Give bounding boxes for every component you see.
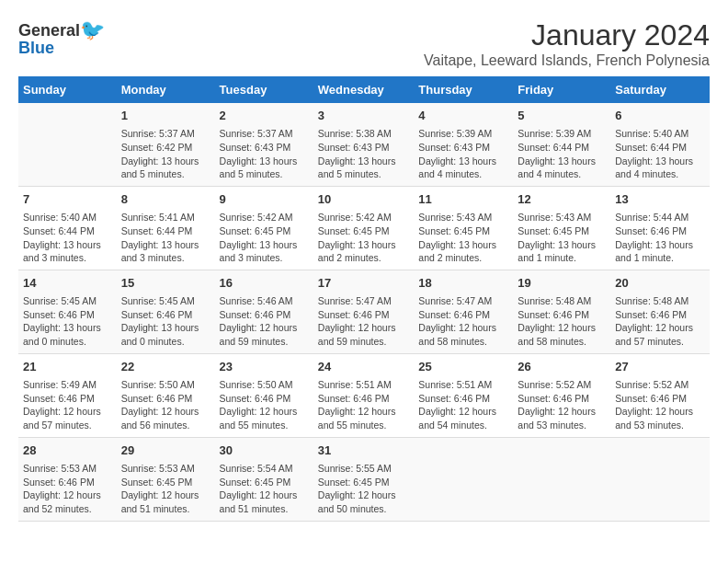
day-info: Sunrise: 5:37 AM Sunset: 6:42 PM Dayligh… [121,127,210,181]
day-number: 9 [220,191,309,208]
day-info: Sunrise: 5:49 AM Sunset: 6:46 PM Dayligh… [23,378,112,432]
day-info: Sunrise: 5:47 AM Sunset: 6:46 PM Dayligh… [318,294,410,349]
calendar-week-2: 7Sunrise: 5:40 AM Sunset: 6:44 PM Daylig… [18,186,710,270]
day-info: Sunrise: 5:47 AM Sunset: 6:46 PM Dayligh… [418,294,508,349]
page-header: General 🐦 Blue January 2024 Vaitape, Lee… [18,18,710,69]
day-number: 14 [23,275,112,292]
calendar-cell: 4Sunrise: 5:39 AM Sunset: 6:43 PM Daylig… [414,103,513,186]
calendar-cell [18,103,117,186]
day-header-saturday: Saturday [610,76,710,103]
calendar-cell: 22Sunrise: 5:50 AM Sunset: 6:46 PM Dayli… [117,353,215,437]
day-number: 30 [220,442,309,459]
day-info: Sunrise: 5:43 AM Sunset: 6:45 PM Dayligh… [418,211,508,265]
day-number: 26 [518,359,606,375]
day-info: Sunrise: 5:43 AM Sunset: 6:45 PM Dayligh… [518,211,606,265]
day-info: Sunrise: 5:42 AM Sunset: 6:45 PM Dayligh… [220,211,309,265]
calendar-cell: 5Sunrise: 5:39 AM Sunset: 6:44 PM Daylig… [513,103,610,186]
day-number: 12 [518,191,606,208]
calendar-cell: 17Sunrise: 5:47 AM Sunset: 6:46 PM Dayli… [313,270,415,353]
calendar-body: 1Sunrise: 5:37 AM Sunset: 6:42 PM Daylig… [18,103,710,521]
calendar-cell: 18Sunrise: 5:47 AM Sunset: 6:46 PM Dayli… [414,270,513,353]
logo-bird-icon: 🐦 [80,18,105,42]
calendar-cell: 25Sunrise: 5:51 AM Sunset: 6:46 PM Dayli… [414,353,513,437]
day-number: 13 [615,191,705,208]
day-header-sunday: Sunday [18,76,117,103]
title-section: January 2024 Vaitape, Leeward Islands, F… [424,18,710,69]
subtitle: Vaitape, Leeward Islands, French Polynes… [424,52,710,69]
day-info: Sunrise: 5:51 AM Sunset: 6:46 PM Dayligh… [418,378,508,432]
day-number: 10 [318,191,410,208]
day-header-monday: Monday [117,76,215,103]
day-number: 6 [615,108,705,124]
day-number: 17 [318,275,410,292]
day-info: Sunrise: 5:52 AM Sunset: 6:46 PM Dayligh… [615,378,705,432]
calendar-cell: 1Sunrise: 5:37 AM Sunset: 6:42 PM Daylig… [117,103,215,186]
calendar-header-row: SundayMondayTuesdayWednesdayThursdayFrid… [18,76,710,103]
day-info: Sunrise: 5:45 AM Sunset: 6:46 PM Dayligh… [121,294,210,349]
calendar-cell: 28Sunrise: 5:53 AM Sunset: 6:46 PM Dayli… [18,437,117,521]
calendar-cell: 23Sunrise: 5:50 AM Sunset: 6:46 PM Dayli… [215,353,313,437]
logo: General 🐦 Blue [18,18,105,58]
calendar-cell: 3Sunrise: 5:38 AM Sunset: 6:43 PM Daylig… [313,103,415,186]
calendar-cell: 30Sunrise: 5:54 AM Sunset: 6:45 PM Dayli… [215,437,313,521]
day-number: 31 [318,442,410,459]
day-info: Sunrise: 5:37 AM Sunset: 6:43 PM Dayligh… [220,127,309,181]
calendar-cell: 9Sunrise: 5:42 AM Sunset: 6:45 PM Daylig… [215,186,313,270]
day-number: 20 [615,275,705,292]
calendar-table: SundayMondayTuesdayWednesdayThursdayFrid… [18,76,710,522]
day-number: 7 [23,191,112,208]
calendar-week-4: 21Sunrise: 5:49 AM Sunset: 6:46 PM Dayli… [18,353,710,437]
day-number: 3 [318,108,410,124]
calendar-cell: 7Sunrise: 5:40 AM Sunset: 6:44 PM Daylig… [18,186,117,270]
day-number: 28 [23,442,112,459]
day-number: 16 [220,275,309,292]
day-number: 23 [220,359,309,375]
day-info: Sunrise: 5:38 AM Sunset: 6:43 PM Dayligh… [318,127,410,181]
calendar-cell: 19Sunrise: 5:48 AM Sunset: 6:46 PM Dayli… [513,270,610,353]
day-info: Sunrise: 5:52 AM Sunset: 6:46 PM Dayligh… [518,378,606,432]
day-info: Sunrise: 5:50 AM Sunset: 6:46 PM Dayligh… [121,378,210,432]
calendar-cell: 27Sunrise: 5:52 AM Sunset: 6:46 PM Dayli… [610,353,710,437]
calendar-cell: 12Sunrise: 5:43 AM Sunset: 6:45 PM Dayli… [513,186,610,270]
calendar-cell: 11Sunrise: 5:43 AM Sunset: 6:45 PM Dayli… [414,186,513,270]
calendar-cell: 31Sunrise: 5:55 AM Sunset: 6:45 PM Dayli… [313,437,415,521]
calendar-cell: 14Sunrise: 5:45 AM Sunset: 6:46 PM Dayli… [18,270,117,353]
calendar-week-1: 1Sunrise: 5:37 AM Sunset: 6:42 PM Daylig… [18,103,710,186]
day-header-tuesday: Tuesday [215,76,313,103]
calendar-cell: 24Sunrise: 5:51 AM Sunset: 6:46 PM Dayli… [313,353,415,437]
day-number: 4 [418,108,508,124]
day-info: Sunrise: 5:55 AM Sunset: 6:45 PM Dayligh… [318,462,410,516]
day-info: Sunrise: 5:50 AM Sunset: 6:46 PM Dayligh… [220,378,309,432]
day-number: 11 [418,191,508,208]
day-info: Sunrise: 5:40 AM Sunset: 6:44 PM Dayligh… [615,127,705,181]
calendar-cell: 6Sunrise: 5:40 AM Sunset: 6:44 PM Daylig… [610,103,710,186]
day-info: Sunrise: 5:51 AM Sunset: 6:46 PM Dayligh… [318,378,410,432]
calendar-cell [414,437,513,521]
day-number: 19 [518,275,606,292]
calendar-cell [513,437,610,521]
calendar-cell: 13Sunrise: 5:44 AM Sunset: 6:46 PM Dayli… [610,186,710,270]
calendar-cell: 15Sunrise: 5:45 AM Sunset: 6:46 PM Dayli… [117,270,215,353]
day-header-wednesday: Wednesday [313,76,415,103]
day-number: 1 [121,108,210,124]
day-header-thursday: Thursday [414,76,513,103]
day-number: 2 [220,108,309,124]
calendar-week-5: 28Sunrise: 5:53 AM Sunset: 6:46 PM Dayli… [18,437,710,521]
main-title: January 2024 [424,18,710,52]
day-info: Sunrise: 5:40 AM Sunset: 6:44 PM Dayligh… [23,211,112,265]
day-header-friday: Friday [513,76,610,103]
calendar-cell: 10Sunrise: 5:42 AM Sunset: 6:45 PM Dayli… [313,186,415,270]
day-number: 27 [615,359,705,375]
day-info: Sunrise: 5:54 AM Sunset: 6:45 PM Dayligh… [220,462,309,516]
day-number: 5 [518,108,606,124]
day-info: Sunrise: 5:41 AM Sunset: 6:44 PM Dayligh… [121,211,210,265]
calendar-cell: 20Sunrise: 5:48 AM Sunset: 6:46 PM Dayli… [610,270,710,353]
day-info: Sunrise: 5:44 AM Sunset: 6:46 PM Dayligh… [615,211,705,265]
day-info: Sunrise: 5:48 AM Sunset: 6:46 PM Dayligh… [615,294,705,349]
calendar-cell: 21Sunrise: 5:49 AM Sunset: 6:46 PM Dayli… [18,353,117,437]
day-number: 24 [318,359,410,375]
day-number: 22 [121,359,210,375]
logo-blue: Blue [18,39,54,58]
calendar-cell: 8Sunrise: 5:41 AM Sunset: 6:44 PM Daylig… [117,186,215,270]
day-number: 15 [121,275,210,292]
